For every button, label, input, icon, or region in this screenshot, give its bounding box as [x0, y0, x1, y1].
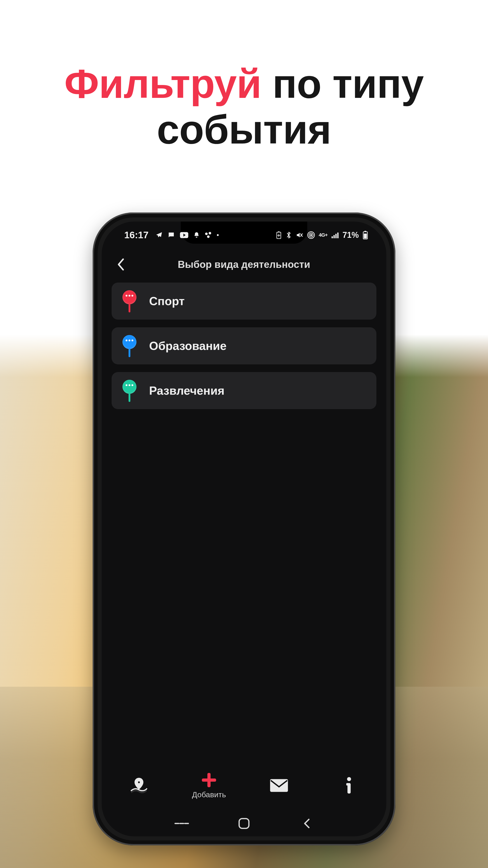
svg-rect-14 [332, 237, 333, 238]
svg-point-25 [347, 777, 351, 781]
svg-rect-24 [270, 779, 288, 792]
status-bar: 16:17 [102, 221, 386, 249]
mute-icon [295, 231, 303, 239]
hotspot-icon [307, 231, 315, 239]
category-item-entertainment[interactable]: Развлечения [111, 372, 377, 409]
back-button[interactable] [113, 256, 129, 272]
status-time: 16:17 [124, 230, 149, 241]
nav-add[interactable]: Добавить [174, 772, 244, 799]
svg-rect-19 [364, 231, 366, 232]
headline-line-2: события [157, 107, 331, 152]
svg-rect-31 [239, 818, 249, 828]
bluetooth-icon [286, 231, 292, 239]
svg-rect-20 [364, 234, 367, 238]
network-type-icon: 4G+ [319, 232, 328, 238]
info-icon [345, 777, 354, 794]
category-label: Образование [149, 339, 227, 352]
svg-point-21 [138, 781, 140, 784]
svg-rect-17 [337, 232, 339, 238]
svg-rect-27 [346, 783, 349, 785]
nav-add-label: Добавить [192, 790, 226, 799]
pin-icon [122, 335, 137, 357]
dot-icon [217, 234, 219, 236]
phone-screen: 16:17 [102, 221, 386, 836]
android-nav-bar [102, 810, 386, 836]
category-label: Развлечения [149, 384, 224, 397]
chat-icon [167, 231, 175, 239]
nav-info[interactable] [314, 777, 384, 794]
telegram-icon [155, 231, 163, 239]
pin-icon [122, 290, 137, 312]
signal-icon [331, 232, 339, 238]
page-title: Выбор вида деятельности [102, 259, 386, 270]
map-pin-icon [129, 776, 149, 795]
svg-point-2 [209, 232, 211, 235]
svg-point-11 [311, 235, 312, 236]
android-back-button[interactable] [294, 818, 319, 829]
nav-messages[interactable] [244, 778, 314, 793]
headline-rest-1: по типу [261, 61, 424, 106]
category-item-sport[interactable]: Спорт [111, 283, 377, 320]
battery-saver-icon [275, 231, 282, 239]
svg-point-4 [217, 234, 219, 236]
cluster-icon [204, 231, 212, 239]
phone-mockup: 16:17 [93, 213, 395, 845]
svg-rect-15 [333, 235, 335, 238]
battery-percent: 71% [343, 230, 359, 240]
pin-icon [122, 379, 137, 402]
bottom-nav: Добавить [102, 763, 386, 808]
mail-icon [269, 778, 289, 793]
category-label: Спорт [149, 294, 185, 308]
app-header: Выбор вида деятельности [102, 251, 386, 278]
category-list: Спорт Образование Развлечения [111, 283, 377, 409]
svg-rect-23 [202, 778, 216, 782]
youtube-icon [180, 232, 189, 239]
plus-icon [201, 772, 217, 788]
svg-rect-16 [335, 234, 337, 238]
bell-icon [193, 231, 200, 239]
promo-headline: Фильтруй по типу события [0, 61, 488, 152]
svg-point-1 [205, 232, 207, 235]
android-home-button[interactable] [232, 818, 256, 829]
nav-map[interactable] [104, 776, 174, 795]
category-item-education[interactable]: Образование [111, 327, 377, 364]
android-recents-button[interactable] [169, 818, 194, 829]
svg-point-3 [207, 235, 210, 238]
headline-accent: Фильтруй [64, 61, 261, 106]
battery-icon [362, 230, 368, 240]
